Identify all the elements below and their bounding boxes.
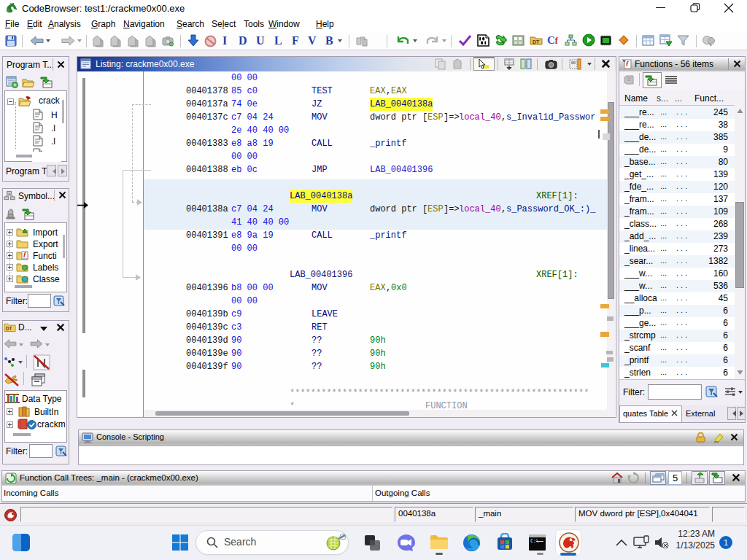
svg-text:DT: DT <box>6 326 12 331</box>
svg-text:DT: DT <box>533 39 540 44</box>
